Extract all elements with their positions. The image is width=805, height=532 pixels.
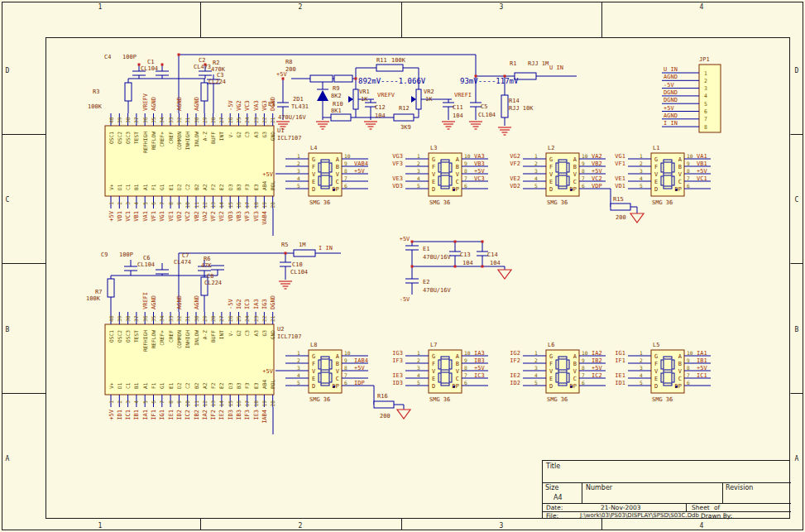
svg-text:2: 2 [640,161,643,166]
resistor-R11[interactable]: R11100K [376,57,406,71]
svg-text:8: 8 [344,365,347,371]
capacitor-C13[interactable]: C13104 [449,252,473,266]
svg-text:2: 2 [417,161,420,166]
display-L5[interactable]: L5SMG 36110GAIG1IA129FBIF1IB138VV+5V47EC… [615,342,711,403]
svg-text:B2: B2 [194,184,199,190]
svg-text:F2: F2 [210,382,216,389]
resistor-R10[interactable]: R108K1 [331,101,351,121]
zone-row-C: C [6,196,10,204]
svg-text:27: 27 [218,117,224,123]
svg-text:VB3: VB3 [236,211,242,222]
svg-text:E1: E1 [168,184,174,190]
svg-text:VF1: VF1 [615,161,625,167]
svg-text:E: E [654,376,658,382]
svg-text:IG2: IG2 [510,350,520,357]
svg-text:D: D [312,383,315,390]
svg-text:25: 25 [236,117,242,123]
svg-text:VF1: VF1 [151,211,157,222]
svg-text:15: 15 [228,202,233,208]
svg-text:IE3: IE3 [253,410,260,420]
svg-text:SMG 36: SMG 36 [429,396,450,403]
date-label: Date: [546,504,563,511]
resistor-R14[interactable]: R14RJJ 10K [501,95,534,117]
svg-text:1: 1 [98,522,103,530]
svg-text:+5V: +5V [262,171,273,178]
svg-text:19: 19 [261,400,267,407]
capacitor-C1[interactable]: C1CL104 [141,59,169,75]
svg-text:104: 104 [490,260,501,266]
capacitor-C5[interactable]: C5CL104 [470,103,496,118]
resistor-R15[interactable]: R15200 [611,196,630,221]
svg-text:2: 2 [417,357,420,363]
svg-text:ID2: ID2 [510,380,520,386]
svg-text:OSC3: OSC3 [125,132,131,144]
svg-text:C13: C13 [460,252,471,258]
display-L4[interactable]: L4SMG 36110GA29FBVAB438VV+5V+5V47EC56DDP [262,145,368,206]
svg-text:C: C [678,179,682,185]
svg-text:CL104: CL104 [137,261,155,268]
svg-text:CREF: CREF [168,132,174,144]
svg-text:L8: L8 [310,342,317,348]
svg-text:5: 5 [640,183,643,189]
display-L2[interactable]: L2SMG 36110GAVG2VA229FBVF2VB238VV+5V47EC… [510,145,606,206]
connector-JP1[interactable]: JP11U IN2AGND3-5V4DGND5DGND6+5V7AGND8I I… [662,56,721,132]
capacitor-C12[interactable]: C12104 [365,103,386,119]
svg-text:C3: C3 [217,72,223,79]
svg-text:9: 9 [176,202,182,205]
svg-text:B: B [678,361,682,367]
svg-text:L4: L4 [310,145,317,151]
svg-text:AGND: AGND [664,113,678,119]
svg-text:INHIGH: INHIGH [184,330,190,349]
svg-text:INLOW: INLOW [194,132,199,147]
capacitor-C6[interactable]: C6CL104 [137,255,169,274]
svg-text:5: 5 [417,380,420,386]
resistor-R12[interactable]: R123K9 [394,105,414,131]
svg-text:L5: L5 [653,342,659,348]
svg-text:-5V: -5V [228,100,234,111]
capacitor-C11[interactable]: C11104 [443,103,463,119]
svg-text:200: 200 [285,66,296,73]
svg-text:3: 3 [640,168,643,174]
svg-text:1: 1 [297,153,300,159]
svg-text:F: F [654,361,658,367]
ic-U2[interactable]: U2ICL710740OSC11V++5V39OSC22D1ID138OSC33… [105,292,302,424]
svg-text:B2: B2 [194,382,199,389]
svg-text:VREFI: VREFI [454,92,472,98]
capacitor-C3[interactable]: C3CL224 [207,72,226,85]
capacitor-C2[interactable]: C2CL473 [194,57,212,75]
svg-text:C2: C2 [184,184,190,190]
svg-text:1: 1 [534,153,538,159]
svg-text:5: 5 [297,380,300,386]
svg-text:VE1: VE1 [615,175,625,182]
svg-text:4: 4 [700,522,704,530]
capacitor-C10[interactable]: C10CL104 [280,261,308,276]
svg-text:7: 7 [704,116,707,122]
resistor-R7[interactable]: R7100K [86,279,114,302]
svg-text:R16: R16 [377,393,388,400]
svg-text:40: 40 [108,315,114,322]
svg-text:30: 30 [194,315,199,322]
capacitor-C9[interactable]: C9100P [101,252,137,271]
svg-text:19: 19 [261,202,267,208]
svg-text:6: 6 [582,380,585,386]
svg-text:3: 3 [640,365,643,371]
svg-text:6: 6 [464,380,467,386]
svg-text:L6: L6 [548,342,554,348]
display-L7[interactable]: L7SMG 36110GAIG3IA329FBIF3IB338VV+5V47EC… [392,342,488,403]
capacitor-C14[interactable]: C14104 [477,252,501,266]
schematic-canvas[interactable]: 1 2 3 4 1 2 3 4 D C B A D C B A R3100KC4… [0,0,805,532]
display-L1[interactable]: L1SMG 36110GAVG1VA129FBVF1VB138VV+5V47EC… [615,145,711,206]
svg-text:3: 3 [417,365,420,371]
resistor-R16[interactable]: R16200 [374,393,394,419]
svg-text:IG1: IG1 [615,350,625,357]
resistor-R3[interactable]: R3100K [88,83,132,110]
display-L3[interactable]: L3SMG 36110GAVG3VA329FBVF3VB338VV+5V47EC… [392,145,488,206]
svg-text:DGND: DGND [664,97,678,103]
ic-U1[interactable]: U1ICL710740OSC11V++5V39OSC22D1VD138OSC33… [105,93,302,225]
svg-text:33: 33 [168,315,174,322]
display-L6[interactable]: L6SMG 36110GAIG2IA229FBIF2IB238VV+5V47EC… [510,342,606,403]
resistor-R9[interactable]: R98K2 [331,75,352,99]
svg-text:B1: B1 [133,184,139,190]
display-L8[interactable]: L8SMG 36110GA29FBIAB438VV+5V+5V47EC56DDP… [262,342,368,403]
svg-text:VG2: VG2 [236,100,242,111]
